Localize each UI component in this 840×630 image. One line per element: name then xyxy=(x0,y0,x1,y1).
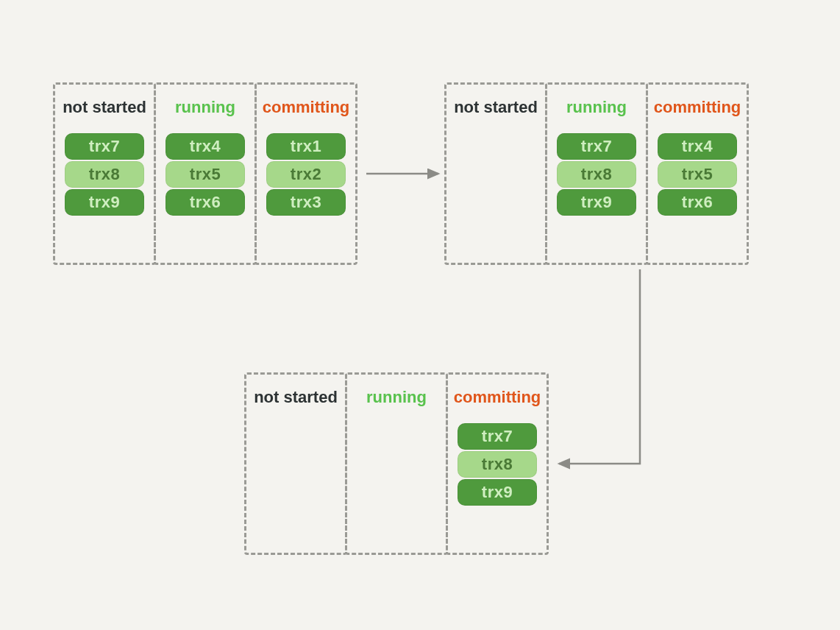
trx-item: trx6 xyxy=(658,189,737,216)
state-2-running-stack: trx7 trx8 trx9 xyxy=(557,133,636,216)
trx-item: trx9 xyxy=(65,189,144,216)
header-notstarted: not started xyxy=(254,389,338,406)
header-notstarted: not started xyxy=(63,99,146,116)
trx-item: trx9 xyxy=(557,189,636,216)
state-1-running-stack: trx4 trx5 trx6 xyxy=(165,133,245,216)
header-committing: committing xyxy=(654,99,741,116)
trx-item: trx3 xyxy=(266,189,346,216)
state-1-col-notstarted: not started trx7 trx8 trx9 xyxy=(53,82,156,265)
trx-item: trx4 xyxy=(658,133,737,160)
trx-item: trx5 xyxy=(165,161,245,188)
trx-item: trx8 xyxy=(458,451,537,478)
trx-item: trx7 xyxy=(65,133,144,160)
header-notstarted: not started xyxy=(454,99,538,116)
trx-item: trx7 xyxy=(458,423,537,450)
header-committing: committing xyxy=(263,99,350,116)
state-2-committing-stack: trx4 trx5 trx6 xyxy=(658,133,737,216)
header-running: running xyxy=(566,99,627,116)
state-1: not started trx7 trx8 trx9 running trx4 … xyxy=(53,82,357,265)
state-1-col-running: running trx4 trx5 trx6 xyxy=(154,82,257,265)
state-3-committing-stack: trx7 trx8 trx9 xyxy=(458,423,537,506)
state-2: not started running trx7 trx8 trx9 commi… xyxy=(444,82,749,265)
header-running: running xyxy=(366,389,427,406)
state-3: not started running committing trx7 trx8… xyxy=(244,372,549,555)
trx-item: trx1 xyxy=(266,133,346,160)
state-3-col-notstarted: not started xyxy=(244,372,347,555)
trx-item: trx8 xyxy=(557,161,636,188)
state-2-col-notstarted: not started xyxy=(444,82,547,265)
trx-item: trx5 xyxy=(658,161,737,188)
state-1-notstarted-stack: trx7 trx8 trx9 xyxy=(65,133,144,216)
trx-item: trx4 xyxy=(165,133,245,160)
arrow-2-to-3 xyxy=(559,269,640,464)
state-2-col-committing: committing trx4 trx5 trx6 xyxy=(646,82,749,265)
state-3-col-running: running xyxy=(345,372,448,555)
diagram-stage: not started trx7 trx8 trx9 running trx4 … xyxy=(0,0,840,630)
state-3-col-committing: committing trx7 trx8 trx9 xyxy=(446,372,549,555)
trx-item: trx8 xyxy=(65,161,144,188)
state-1-committing-stack: trx1 trx2 trx3 xyxy=(266,133,346,216)
header-committing: committing xyxy=(454,389,541,406)
trx-item: trx7 xyxy=(557,133,636,160)
state-1-col-committing: committing trx1 trx2 trx3 xyxy=(255,82,357,265)
trx-item: trx9 xyxy=(458,479,537,506)
trx-item: trx2 xyxy=(266,161,346,188)
trx-item: trx6 xyxy=(165,189,245,216)
header-running: running xyxy=(175,99,235,116)
state-2-col-running: running trx7 trx8 trx9 xyxy=(545,82,648,265)
